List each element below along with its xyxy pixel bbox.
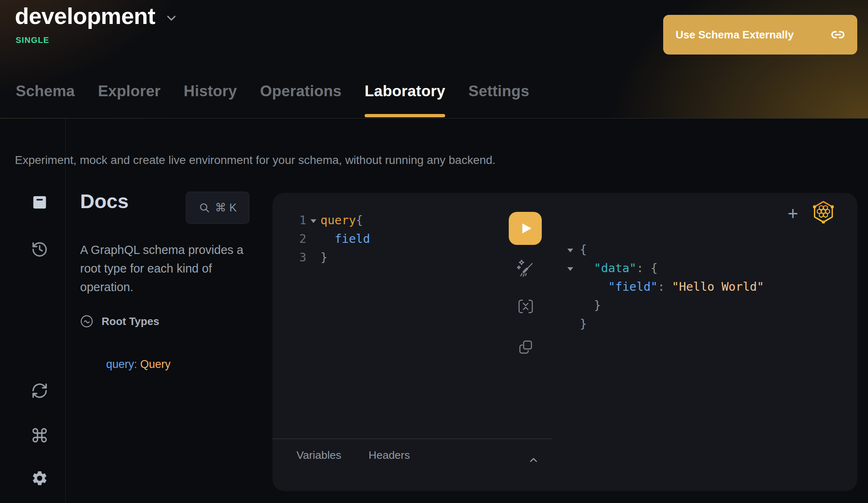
fold-caret[interactable] [567,240,580,259]
chevron-up-icon [528,455,539,466]
nav-tabs: Schema Explorer History Operations Labor… [16,83,529,118]
indent [580,259,594,278]
token-key-data: "data" [594,259,636,278]
execute-query-button[interactable] [509,212,542,245]
response-line: } [567,315,764,333]
token-colon: : [658,278,672,296]
token-brace: } [580,315,587,333]
hive-laboratory-page: development SINGLE Use Schema Externally… [0,0,868,503]
play-icon [516,219,535,238]
tab-variables[interactable]: Variables [296,449,342,462]
token-string-value: "Hello World" [672,278,764,296]
token-field: field [320,230,370,248]
root-types-section: Root Types [80,315,159,328]
search-button[interactable]: ⌘ K [186,192,249,224]
sidebar-docs-button[interactable] [30,192,50,212]
response-viewer: { "data": { "field": "Hello World" } } [567,240,764,333]
root-type-name: Query [140,358,171,370]
target-type-badge: SINGLE [16,36,50,45]
editor-line: 2 field [296,230,370,248]
history-icon [31,241,48,258]
fold-caret[interactable] [306,211,320,230]
tab-schema[interactable]: Schema [16,83,75,118]
editor-footer-tabs: Variables Headers [296,449,410,462]
token-brace: { [356,211,363,230]
response-line: } [567,296,764,315]
graphiql-panel: 1query{ 2 field 3} [273,193,857,491]
page-description: Experiment, mock and create live environ… [15,154,496,167]
use-schema-externally-label: Use Schema Externally [676,28,794,41]
docs-book-icon [31,194,48,211]
query-editor[interactable]: 1query{ 2 field 3} [296,211,370,267]
sidebar-settings-button[interactable] [30,468,50,488]
caret-down-icon [567,249,573,252]
caret-down-icon [311,219,316,223]
prettify-wand-icon [516,258,535,278]
use-schema-externally-button[interactable]: Use Schema Externally [663,15,857,55]
token-brace: } [320,248,327,267]
sidebar-shortcuts-button[interactable] [30,425,50,445]
merge-icon [516,297,535,316]
response-line: { [567,240,764,259]
target-dropdown-button[interactable] [164,11,178,25]
token-brace: { [580,240,587,259]
command-icon [31,427,48,444]
sidebar-refetch-button[interactable] [30,381,50,401]
tab-laboratory[interactable]: Laboratory [365,83,445,118]
hive-logo-icon [812,200,835,223]
add-tab-button[interactable]: + [783,204,803,223]
chevron-down-icon [164,11,178,25]
tab-operations[interactable]: Operations [260,83,342,118]
gear-icon [31,470,48,487]
merge-fragments-button[interactable] [516,297,535,316]
editor-line: 1query{ [296,211,370,230]
docs-description: A GraphQL schema provides a root type fo… [80,241,262,297]
caret-down-icon [567,267,573,271]
sidebar-divider [65,119,66,503]
response-line: "data": { [567,259,764,278]
editor-footer-divider [273,439,553,439]
tab-settings[interactable]: Settings [468,83,529,118]
root-types-label: Root Types [102,315,159,328]
search-icon [199,202,210,214]
prettify-button[interactable] [516,259,535,278]
line-number: 1 [296,211,306,230]
search-shortcut-label: ⌘ K [215,201,237,214]
indent [580,278,608,296]
docs-heading: Docs [80,190,128,213]
token-brace: } [580,296,601,315]
token-brace: { [651,259,658,278]
refresh-icon [31,382,48,399]
fold-caret[interactable] [567,259,580,278]
copy-query-button[interactable] [516,338,535,357]
target-selector: development [15,2,178,29]
root-field-name: query [106,358,134,370]
token-colon: : [636,259,650,278]
link-icon [831,28,845,42]
copy-icon [516,338,535,357]
line-number: 2 [296,230,306,248]
page-title: development [15,2,155,29]
header: development SINGLE Use Schema Externally… [0,0,868,119]
tab-headers[interactable]: Headers [369,449,410,462]
tab-explorer[interactable]: Explorer [98,83,161,118]
circle-tilde-icon [80,315,93,328]
collapse-footer-button[interactable] [525,452,542,469]
root-type-query-link[interactable]: query: Query [88,345,171,384]
root-field-separator: : [134,358,140,370]
line-number: 3 [296,248,306,267]
tab-history[interactable]: History [184,83,237,118]
response-line: "field": "Hello World" [567,278,764,296]
editor-line: 3} [296,248,370,267]
sidebar-history-button[interactable] [30,240,50,259]
token-keyword: query [320,211,356,230]
token-key-field: "field" [608,278,658,296]
